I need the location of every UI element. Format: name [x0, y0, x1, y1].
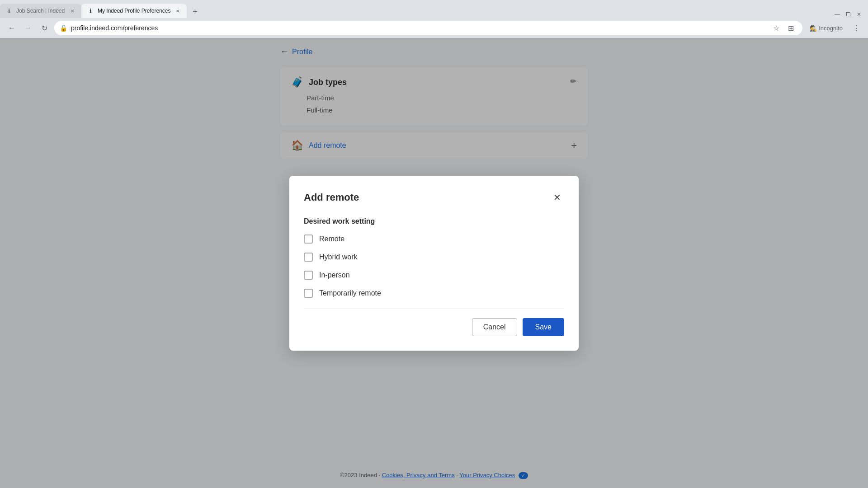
checkbox-remote-input[interactable]	[304, 235, 313, 244]
checkbox-in-person-label: In-person	[319, 271, 350, 279]
close-window-button[interactable]: ✕	[855, 11, 863, 18]
incognito-label: Incognito	[819, 25, 843, 32]
checkbox-hybrid-label: Hybrid work	[319, 253, 357, 261]
tab2-close[interactable]: ✕	[174, 7, 181, 14]
bookmark-button[interactable]: ☆	[770, 22, 783, 34]
tab1-favicon: ℹ	[5, 7, 13, 14]
modal-divider	[304, 309, 564, 309]
tab-profile-preferences[interactable]: ℹ My Indeed Profile Preferences ✕	[81, 4, 187, 18]
tab-job-search[interactable]: ℹ Job Search | Indeed ✕	[0, 4, 81, 18]
add-remote-modal: Add remote ✕ Desired work setting Remote…	[289, 176, 579, 351]
address-bar-row: ← → ↻ 🔒 profile.indeed.com/preferences ☆…	[0, 18, 868, 38]
checkbox-temporarily-remote-label: Temporarily remote	[319, 289, 381, 297]
checkbox-in-person: In-person	[304, 271, 564, 280]
profile-incognito-button[interactable]: 🕵 Incognito	[806, 24, 846, 33]
tab2-favicon: ℹ	[87, 7, 94, 14]
address-text: profile.indeed.com/preferences	[71, 24, 766, 32]
checkbox-hybrid-input[interactable]	[304, 253, 313, 262]
tab2-title: My Indeed Profile Preferences	[98, 8, 170, 14]
modal-title: Add remote	[304, 192, 359, 203]
modal-close-button[interactable]: ✕	[550, 190, 564, 205]
incognito-icon: 🕵	[810, 25, 817, 32]
lock-icon: 🔒	[60, 24, 67, 32]
minimize-button[interactable]: —	[834, 11, 841, 18]
checkbox-temporarily-remote-input[interactable]	[304, 289, 313, 298]
checkbox-remote-label: Remote	[319, 235, 344, 243]
tab-bar: ℹ Job Search | Indeed ✕ ℹ My Indeed Prof…	[0, 0, 868, 18]
modal-footer: Cancel Save	[304, 318, 564, 336]
address-bar-actions: ☆ ⊞	[770, 22, 797, 34]
tab1-close[interactable]: ✕	[69, 7, 76, 14]
tab1-title: Job Search | Indeed	[16, 8, 65, 14]
modal-section-title: Desired work setting	[304, 217, 564, 225]
browser-chrome: ℹ Job Search | Indeed ✕ ℹ My Indeed Prof…	[0, 0, 868, 38]
cancel-button[interactable]: Cancel	[472, 318, 517, 336]
reload-button[interactable]: ↻	[38, 22, 51, 34]
extension-button[interactable]: ⊞	[784, 22, 797, 34]
checkbox-remote: Remote	[304, 235, 564, 244]
new-tab-button[interactable]: +	[189, 5, 201, 18]
checkbox-temporarily-remote: Temporarily remote	[304, 289, 564, 298]
save-button[interactable]: Save	[523, 318, 564, 336]
modal-overlay: Add remote ✕ Desired work setting Remote…	[0, 38, 868, 488]
checkbox-hybrid: Hybrid work	[304, 253, 564, 262]
window-controls: — ⧠ ✕	[834, 11, 868, 18]
back-button[interactable]: ←	[5, 22, 18, 34]
checkbox-in-person-input[interactable]	[304, 271, 313, 280]
extensions-menu-button[interactable]: ⋮	[850, 22, 863, 34]
modal-header: Add remote ✕	[304, 190, 564, 205]
maximize-button[interactable]: ⧠	[844, 11, 852, 18]
page-content: ← Profile 🧳 Job types ✏ Part-time Full-t…	[0, 38, 868, 488]
forward-button[interactable]: →	[22, 22, 34, 34]
address-bar[interactable]: 🔒 profile.indeed.com/preferences ☆ ⊞	[54, 21, 802, 35]
